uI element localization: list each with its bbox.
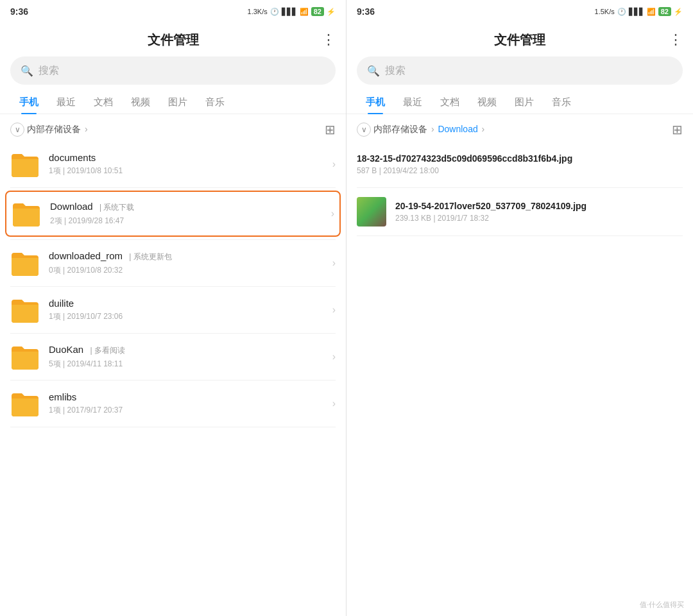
left-file-name-emlibs: emlibs — [49, 391, 332, 402]
left-file-chevron-emlibs: › — [332, 398, 336, 409]
left-file-info-downloaded-rom: downloaded_rom | 系统更新包 0项 | 2019/10/8 20… — [49, 250, 332, 276]
left-tab-phone[interactable]: 手机 — [10, 91, 47, 114]
right-file-jpg1[interactable]: 18-32-15-d70274323d5c09d069596ccd8b31f6b… — [346, 141, 693, 187]
right-charging-icon: ⚡ — [674, 8, 683, 16]
left-tab-music[interactable]: 音乐 — [196, 91, 234, 114]
left-file-meta-download: 2项 | 2019/9/28 16:47 — [50, 216, 331, 227]
left-search-icon: 🔍 — [21, 65, 33, 77]
right-tab-bar: 手机 最近 文档 视频 图片 音乐 — [346, 91, 693, 114]
left-file-info-documents: documents 1项 | 2019/10/8 10:51 — [49, 152, 332, 176]
divider-6 — [10, 427, 336, 427]
right-breadcrumb-root[interactable]: 内部存储设备 — [373, 124, 427, 134]
charging-icon: ⚡ — [327, 8, 336, 16]
left-breadcrumb-bar: ∨ 内部存储设备 › ⊞ — [0, 118, 346, 141]
left-search-bar[interactable]: 🔍 搜索 — [10, 56, 336, 85]
left-tab-recent[interactable]: 最近 — [47, 91, 85, 114]
left-speed: 1.3K/s — [248, 8, 268, 15]
right-tab-docs[interactable]: 文档 — [431, 91, 468, 114]
left-file-duilite[interactable]: duilite 1项 | 2019/10/7 23:06 › — [0, 287, 346, 333]
right-tab-recent[interactable]: 最近 — [394, 91, 431, 114]
right-divider-2 — [357, 235, 683, 236]
left-status-icons: 1.3K/s 🕐 ▋▋▋ 📶 82 ⚡ — [248, 7, 336, 16]
left-grid-toggle[interactable]: ⊞ — [325, 122, 336, 137]
left-file-name-documents: documents — [49, 152, 332, 163]
right-breadcrumb-sep1: › — [431, 124, 437, 134]
left-phone-panel: 9:36 1.3K/s 🕐 ▋▋▋ 📶 82 ⚡ 文件管理 ⋮ 🔍 搜索 手机 … — [0, 0, 346, 616]
right-file-name-jpg1: 18-32-15-d70274323d5c09d069596ccd8b31f6b… — [357, 153, 683, 164]
divider-1 — [10, 187, 336, 188]
left-breadcrumb-toggle[interactable]: ∨ — [10, 123, 24, 137]
left-folder-icon-documents — [10, 151, 40, 177]
right-speed: 1.5K/s — [595, 8, 615, 15]
left-file-duokan[interactable]: DuoKan | 多看阅读 5项 | 2019/4/11 18:11 › — [0, 334, 346, 380]
right-phone-panel: 9:36 1.5K/s 🕐 ▋▋▋ 📶 82 ⚡ 文件管理 ⋮ 🔍 搜索 手机 … — [346, 0, 693, 616]
right-breadcrumb-sep2: › — [482, 124, 485, 134]
left-folder-icon-emlibs — [10, 391, 40, 416]
right-search-bar[interactable]: 🔍 搜索 — [357, 56, 683, 85]
left-more-button[interactable]: ⋮ — [321, 31, 336, 48]
right-clock-icon: 🕐 — [617, 8, 626, 16]
right-breadcrumb-folder[interactable]: Download — [438, 124, 477, 134]
right-grid-toggle[interactable]: ⊞ — [672, 122, 683, 137]
right-file-info-jpg1: 18-32-15-d70274323d5c09d069596ccd8b31f6b… — [357, 153, 683, 175]
left-folder-icon-download — [12, 201, 41, 227]
left-tab-bar: 手机 最近 文档 视频 图片 音乐 — [0, 91, 346, 114]
signal-icon: ▋▋▋ — [282, 8, 297, 16]
left-file-chevron-duokan: › — [332, 351, 336, 363]
right-wifi-icon: 📶 — [647, 8, 656, 16]
left-file-name-duilite: duilite — [49, 298, 332, 309]
right-file-info-jpg2: 20-19-54-2017lover520_537709_78024109.jp… — [395, 201, 683, 223]
right-file-thumb-jpg2 — [357, 197, 386, 227]
left-file-chevron-duilite: › — [332, 304, 336, 316]
right-file-meta-jpg2: 239.13 KB | 2019/1/7 18:32 — [395, 214, 683, 223]
left-file-info-duokan: DuoKan | 多看阅读 5项 | 2019/4/11 18:11 — [49, 344, 332, 370]
left-folder-icon-duokan — [10, 344, 40, 370]
left-battery: 82 — [311, 7, 324, 16]
right-breadcrumb-toggle[interactable]: ∨ — [357, 123, 371, 137]
left-file-meta-documents: 1项 | 2019/10/8 10:51 — [49, 166, 332, 176]
left-breadcrumb-root[interactable]: 内部存储设备 — [27, 124, 81, 134]
left-file-name-duokan: DuoKan | 多看阅读 — [49, 344, 332, 356]
left-file-downloaded-rom[interactable]: downloaded_rom | 系统更新包 0项 | 2019/10/8 20… — [0, 240, 346, 286]
right-file-list: 18-32-15-d70274323d5c09d069596ccd8b31f6b… — [346, 141, 693, 616]
right-breadcrumb-bar: ∨ 内部存储设备 › Download › ⊞ — [346, 118, 693, 141]
right-breadcrumb-path: 内部存储设备 › Download › — [373, 124, 669, 135]
watermark: 值·什么值得买 — [640, 600, 684, 610]
left-file-name-download: Download | 系统下载 — [50, 201, 331, 213]
left-folder-icon-duilite — [10, 297, 40, 323]
left-file-emlibs[interactable]: emlibs 1项 | 2017/9/17 20:37 › — [0, 381, 346, 427]
left-breadcrumb-sep: › — [85, 124, 88, 134]
left-search-placeholder: 搜索 — [38, 64, 59, 78]
right-tab-video[interactable]: 视频 — [468, 91, 506, 114]
left-tab-video[interactable]: 视频 — [122, 91, 159, 114]
right-battery: 82 — [658, 7, 671, 16]
right-more-button[interactable]: ⋮ — [669, 31, 683, 48]
right-status-bar: 9:36 1.5K/s 🕐 ▋▋▋ 📶 82 ⚡ — [346, 0, 693, 23]
left-file-documents[interactable]: documents 1项 | 2019/10/8 10:51 › — [0, 141, 346, 187]
right-tab-phone[interactable]: 手机 — [357, 91, 394, 114]
left-tab-docs[interactable]: 文档 — [85, 91, 122, 114]
left-file-chevron-downloaded-rom: › — [332, 257, 336, 269]
left-file-meta-duilite: 1项 | 2019/10/7 23:06 — [49, 311, 332, 322]
right-app-title: 文件管理 — [494, 31, 545, 49]
left-time: 9:36 — [10, 6, 28, 17]
right-file-name-jpg2: 20-19-54-2017lover520_537709_78024109.jp… — [395, 201, 683, 211]
left-file-meta-downloaded-rom: 0项 | 2019/10/8 20:32 — [49, 265, 332, 276]
left-file-meta-emlibs: 1项 | 2017/9/17 20:37 — [49, 405, 332, 416]
left-file-tag-duokan: | 多看阅读 — [90, 346, 124, 355]
right-status-icons: 1.5K/s 🕐 ▋▋▋ 📶 82 ⚡ — [595, 7, 683, 16]
left-file-list: documents 1项 | 2019/10/8 10:51 › Downloa… — [0, 141, 346, 616]
left-tab-image[interactable]: 图片 — [159, 91, 196, 114]
left-file-info-download: Download | 系统下载 2项 | 2019/9/28 16:47 — [50, 201, 331, 227]
right-signal-icon: ▋▋▋ — [629, 8, 644, 16]
right-file-meta-jpg1: 587 B | 2019/4/22 18:00 — [357, 166, 683, 175]
left-file-meta-duokan: 5项 | 2019/4/11 18:11 — [49, 359, 332, 370]
right-tab-image[interactable]: 图片 — [506, 91, 543, 114]
left-file-download[interactable]: Download | 系统下载 2项 | 2019/9/28 16:47 › — [5, 191, 341, 237]
left-file-tag-download: | 系统下载 — [99, 203, 134, 212]
right-tab-music[interactable]: 音乐 — [543, 91, 580, 114]
left-file-name-downloaded-rom: downloaded_rom | 系统更新包 — [49, 250, 332, 262]
right-search-icon: 🔍 — [367, 65, 380, 77]
right-search-placeholder: 搜索 — [385, 64, 406, 78]
right-file-jpg2[interactable]: 20-19-54-2017lover520_537709_78024109.jp… — [346, 188, 693, 235]
